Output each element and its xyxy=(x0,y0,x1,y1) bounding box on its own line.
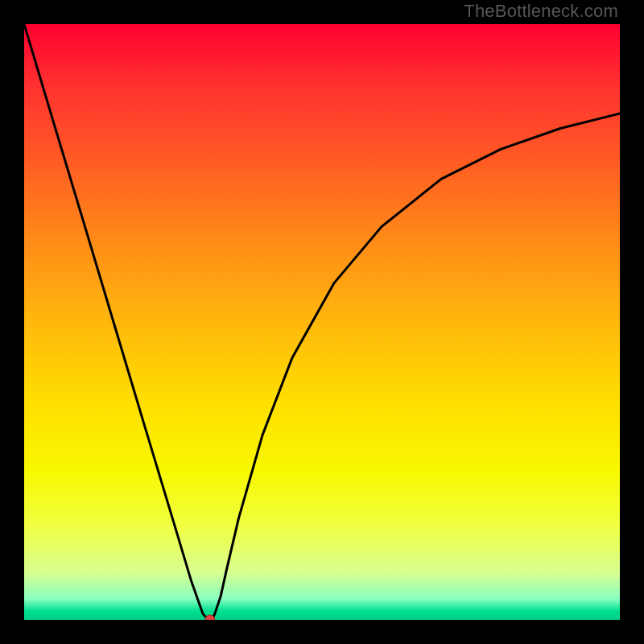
bottleneck-curve xyxy=(24,24,620,620)
chart-svg xyxy=(24,24,620,620)
watermark-text: TheBottleneck.com xyxy=(464,1,618,22)
